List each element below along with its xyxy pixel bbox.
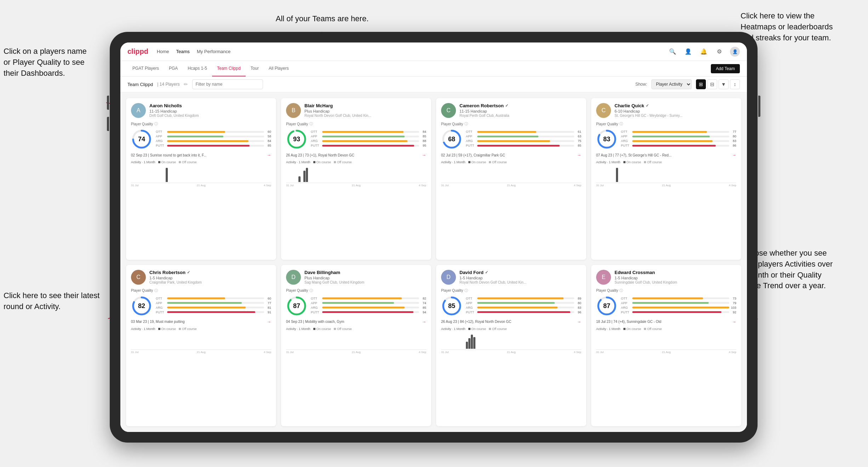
nav-my-performance[interactable]: My Performance xyxy=(197,47,230,56)
quality-circle[interactable]: 93 xyxy=(286,129,307,150)
quality-label: Player Quality ⓘ xyxy=(131,121,271,126)
off-course-legend: Off course xyxy=(644,160,662,164)
player-card[interactable]: A Aaron Nicholls 11-15 Handicap Drift Go… xyxy=(126,98,276,260)
activity-section: Activity · 1 Month On course Off course … xyxy=(131,327,271,354)
last-round[interactable]: 18 Jul 23 | 74 (+4), Sunningdale GC - Ol… xyxy=(596,319,736,324)
player-name[interactable]: Chris Robertson ✓ xyxy=(149,270,271,275)
grid-view-button[interactable]: ⊞ xyxy=(696,79,706,89)
player-card[interactable]: B Blair McHarg Plus Handicap Royal North… xyxy=(281,98,431,260)
stats-list: OTT 61 APP 63 ARG 75 PUTT 85 xyxy=(466,130,581,148)
quality-circle[interactable]: 83 xyxy=(596,129,617,150)
player-name[interactable]: Edward Crossman xyxy=(615,270,736,275)
off-course-legend: Off course xyxy=(179,160,196,164)
last-round[interactable]: 26 Aug 23 | 84 (+12), Royal North Devon … xyxy=(441,319,581,324)
last-round[interactable]: 07 Aug 23 | 77 (+7), St George's Hill GC… xyxy=(596,153,736,158)
player-card[interactable]: C Charlie Quick ✓ 6-10 Handicap St. Geor… xyxy=(591,98,741,260)
user-icon[interactable]: 👤 xyxy=(683,47,693,57)
bell-icon[interactable]: 🔔 xyxy=(699,47,709,57)
player-name[interactable]: Cameron Robertson ✓ xyxy=(459,103,581,108)
player-card[interactable]: C Cameron Robertson ✓ 11-15 Handicap Roy… xyxy=(436,98,586,260)
verified-icon: ✓ xyxy=(485,270,488,275)
quality-circle[interactable]: 74 xyxy=(131,129,152,150)
chart-label: 4 Sep xyxy=(264,184,271,187)
chart-label: 4 Sep xyxy=(574,351,581,354)
quality-circle[interactable]: 87 xyxy=(596,295,617,317)
edit-team-icon[interactable]: ✏ xyxy=(184,81,188,87)
activity-section: Activity · 1 Month On course Off course … xyxy=(596,160,736,187)
last-round[interactable]: 02 Sep 23 | Sunrise round to get back in… xyxy=(131,153,271,158)
player-card[interactable]: D David Ford ✓ 1-5 Handicap Royal North … xyxy=(436,265,586,427)
search-icon[interactable]: 🔍 xyxy=(668,47,678,57)
quality-circle[interactable]: 82 xyxy=(131,295,152,317)
quality-score: 93 xyxy=(293,136,300,143)
last-round[interactable]: 02 Jul 23 | 59 (+17), Craigmillar Park G… xyxy=(441,153,581,158)
filter-button[interactable]: ▼ xyxy=(719,79,729,89)
chart-label: 31 Jul xyxy=(441,351,449,354)
tab-pga[interactable]: PGA xyxy=(164,61,183,76)
nav-teams[interactable]: Teams xyxy=(176,47,190,56)
add-team-button[interactable]: Add Team xyxy=(711,64,740,73)
last-round-arrow[interactable]: → xyxy=(577,153,581,158)
last-round-arrow[interactable]: → xyxy=(267,319,271,324)
players-grid: A Aaron Nicholls 11-15 Handicap Drift Go… xyxy=(120,92,747,432)
list-view-button[interactable]: ⊟ xyxy=(707,79,717,89)
activity-label: Activity · 1 Month On course Off course xyxy=(596,160,736,164)
tab-hcaps[interactable]: Hcaps 1-5 xyxy=(183,61,212,76)
player-name[interactable]: Aaron Nicholls xyxy=(149,103,271,108)
player-name[interactable]: Dave Billingham xyxy=(304,270,426,275)
top-nav: clippd Home Teams My Performance 🔍 👤 🔔 ⚙… xyxy=(120,42,747,61)
user-avatar[interactable]: 👤 xyxy=(730,47,740,57)
player-card[interactable]: E Edward Crossman 1-5 Handicap Sunningda… xyxy=(591,265,741,427)
activity-chart xyxy=(131,165,271,183)
quality-circle[interactable]: 87 xyxy=(286,295,307,317)
player-name[interactable]: David Ford ✓ xyxy=(459,270,581,275)
quality-score: 87 xyxy=(603,302,610,309)
player-header: E Edward Crossman 1-5 Handicap Sunningda… xyxy=(596,270,736,285)
on-course-legend: On course xyxy=(468,160,486,164)
player-name[interactable]: Charlie Quick ✓ xyxy=(615,103,736,108)
player-card[interactable]: C Chris Robertson ✓ 1-5 Handicap Craigmi… xyxy=(126,265,276,427)
last-round[interactable]: 03 Mar 23 | 19, Must make putting → xyxy=(131,319,271,324)
player-handicap: 6-10 Handicap xyxy=(615,109,736,113)
activity-label: Activity · 1 Month On course Off course xyxy=(131,327,271,331)
last-round-arrow[interactable]: → xyxy=(732,319,736,324)
settings-icon[interactable]: ⚙ xyxy=(714,47,724,57)
quality-circle[interactable]: 68 xyxy=(441,129,462,150)
tab-all-players[interactable]: All Players xyxy=(264,61,294,76)
activity-section: Activity · 1 Month On course Off course … xyxy=(286,327,426,354)
stats-list: OTT 77 APP 80 ARG 83 PUTT 86 xyxy=(621,130,736,148)
chart-label: 4 Sep xyxy=(729,184,736,187)
tablet-frame: clippd Home Teams My Performance 🔍 👤 🔔 ⚙… xyxy=(110,32,758,443)
last-round-arrow[interactable]: → xyxy=(732,153,736,158)
search-input[interactable] xyxy=(192,79,263,89)
nav-home[interactable]: Home xyxy=(157,47,169,56)
quality-score: 74 xyxy=(138,136,145,143)
last-round-arrow[interactable]: → xyxy=(422,319,426,324)
player-header: D David Ford ✓ 1-5 Handicap Royal North … xyxy=(441,270,581,285)
show-select[interactable]: Player Activity xyxy=(651,79,692,89)
tab-pgat-players[interactable]: PGAT Players xyxy=(127,61,164,76)
player-info: Blair McHarg Plus Handicap Royal North D… xyxy=(304,103,426,118)
last-round[interactable]: 26 Aug 23 | 73 (+1), Royal North Devon G… xyxy=(286,153,426,158)
chart-labels: 31 Jul21 Aug4 Sep xyxy=(441,184,581,187)
player-handicap: 1-5 Handicap xyxy=(149,276,271,280)
player-info: Chris Robertson ✓ 1-5 Handicap Craigmill… xyxy=(149,270,271,284)
player-name[interactable]: Blair McHarg xyxy=(304,103,426,108)
last-round-arrow[interactable]: → xyxy=(577,319,581,324)
sort-button[interactable]: ↕ xyxy=(730,79,740,89)
off-course-legend: Off course xyxy=(334,327,352,331)
last-round[interactable]: 04 Sep 23 | Mobility with coach, Gym → xyxy=(286,319,426,324)
tab-tour[interactable]: Tour xyxy=(246,61,264,76)
last-round-arrow[interactable]: → xyxy=(422,153,426,158)
player-card[interactable]: D Dave Billingham Plus Handicap Sag Main… xyxy=(281,265,431,427)
chart-label: 21 Aug xyxy=(662,184,671,187)
activity-chart xyxy=(286,165,426,183)
last-round-text: 04 Sep 23 | Mobility with coach, Gym xyxy=(286,320,344,324)
chart-labels: 31 Jul21 Aug4 Sep xyxy=(131,184,271,187)
chart-label: 21 Aug xyxy=(662,351,671,354)
quality-section: 68 OTT 61 APP 63 ARG 75 PUTT 85 xyxy=(441,129,581,150)
tab-team-clippd[interactable]: Team Clippd xyxy=(212,61,246,76)
quality-circle[interactable]: 85 xyxy=(441,295,462,317)
last-round-arrow[interactable]: → xyxy=(267,153,271,158)
stats-list: OTT 82 APP 74 ARG 85 PUTT 94 xyxy=(311,297,426,315)
